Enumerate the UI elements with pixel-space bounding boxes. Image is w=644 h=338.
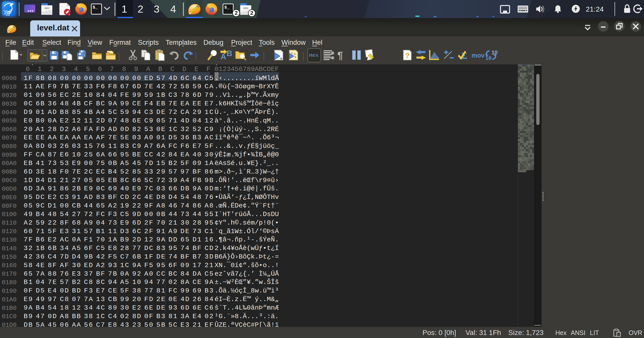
svg-text:?: ? xyxy=(405,51,410,60)
